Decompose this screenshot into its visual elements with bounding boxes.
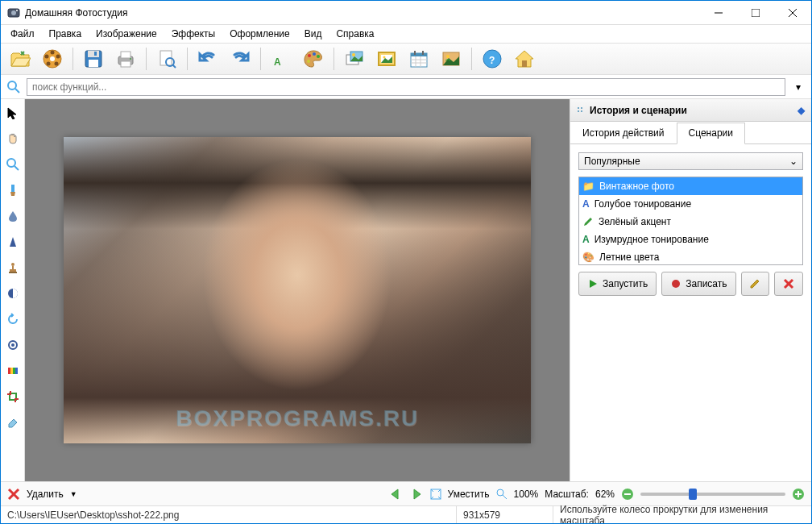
close-button[interactable] [774, 1, 811, 25]
svg-rect-64 [15, 368, 18, 374]
delete-icon[interactable] [7, 488, 20, 501]
svg-rect-16 [89, 60, 98, 67]
fit-icon[interactable] [430, 489, 441, 500]
status-hint: Используйте колесо прокрутки для изменен… [553, 506, 811, 523]
scale-value: 62% [595, 489, 615, 500]
minimize-button[interactable] [700, 1, 737, 25]
menu-decoration[interactable]: Оформление [223, 27, 296, 41]
scenario-list[interactable]: 📁Винтажное фото AГолубое тонирование Зел… [578, 177, 803, 265]
list-item[interactable]: 📁Винтажное фото [579, 177, 802, 195]
eraser-tool[interactable] [4, 414, 22, 431]
toolbar-separator [334, 48, 334, 70]
menu-view[interactable]: Вид [298, 27, 329, 41]
toolbar-separator [187, 48, 188, 70]
dropdown-icon[interactable]: ▼ [70, 490, 77, 498]
frame-button[interactable] [372, 45, 401, 73]
image-canvas[interactable]: BOXPROGRAMS.RU [64, 137, 531, 443]
record-button[interactable]: Записать [661, 272, 735, 296]
zoom-out-button[interactable] [621, 488, 634, 501]
svg-point-10 [56, 55, 60, 59]
film-button[interactable] [38, 45, 67, 73]
menu-effects[interactable]: Эффекты [165, 27, 222, 41]
tab-history[interactable]: История действий [570, 123, 677, 144]
right-panel: История и сценарии ◆ История действий Сц… [570, 99, 811, 481]
svg-rect-37 [411, 53, 427, 56]
a-icon: A [582, 234, 590, 245]
search-input[interactable] [27, 78, 785, 96]
blur-tool[interactable] [4, 207, 22, 225]
svg-line-24 [172, 64, 176, 68]
layers-button[interactable] [340, 45, 369, 73]
postcard-button[interactable] [437, 45, 466, 73]
menu-help[interactable]: Справка [329, 27, 380, 41]
next-button[interactable] [409, 487, 424, 501]
rotate-left-tool[interactable] [4, 310, 22, 328]
text-button[interactable]: A [267, 45, 296, 73]
menu-image[interactable]: Изображение [89, 27, 164, 41]
zoom-tool[interactable] [4, 156, 22, 173]
crop-tool[interactable] [4, 388, 22, 405]
arrow-tool[interactable] [4, 104, 22, 122]
list-item[interactable]: AИзумрудное тонирование [579, 231, 802, 248]
canvas-area[interactable]: BOXPROGRAMS.RU [25, 99, 570, 481]
collapse-icon[interactable]: ◆ [798, 105, 805, 116]
zoom-in-button[interactable] [792, 488, 805, 501]
save-button[interactable] [79, 45, 108, 73]
main-area: BOXPROGRAMS.RU История и сценарии ◆ Исто… [1, 99, 811, 481]
svg-line-78 [503, 495, 507, 499]
svg-rect-4 [752, 9, 760, 17]
menu-file[interactable]: Файл [4, 27, 41, 41]
svg-point-29 [307, 60, 310, 63]
brush-tool[interactable] [4, 181, 22, 199]
scenario-category-combo[interactable]: Популярные ⌄ [578, 152, 803, 170]
sharpen-tool[interactable] [4, 233, 22, 251]
print-button[interactable] [111, 45, 140, 73]
bottom-bar: Удалить ▼ Уместить 100% Масштаб: 62% [1, 481, 811, 505]
zoom100-icon[interactable] [496, 489, 508, 500]
home-button[interactable] [510, 45, 539, 73]
undo-button[interactable] [193, 45, 222, 73]
svg-line-50 [15, 89, 19, 93]
main-toolbar: A ? [1, 43, 811, 75]
svg-point-11 [55, 62, 59, 66]
hand-tool[interactable] [4, 130, 22, 148]
list-item[interactable]: AГолубое тонирование [579, 195, 802, 213]
search-dropdown-icon[interactable]: ▾ [790, 79, 806, 95]
list-item[interactable]: Зелёный акцент [579, 213, 802, 231]
redo-button[interactable] [226, 45, 255, 73]
tab-scenarios[interactable]: Сценарии [677, 123, 745, 144]
svg-point-1 [11, 10, 16, 15]
list-item[interactable]: 🎨Летние цвета [579, 248, 802, 265]
prev-button[interactable] [388, 487, 403, 501]
fit-label[interactable]: Уместить [448, 489, 490, 500]
panel-body: Популярные ⌄ 📁Винтажное фото AГолубое то… [570, 144, 811, 304]
run-button[interactable]: Запустить [578, 272, 657, 296]
watermark-text: BOXPROGRAMS.RU [176, 405, 419, 431]
dodge-tool[interactable] [4, 285, 22, 302]
open-button[interactable] [6, 45, 35, 73]
menu-edit[interactable]: Правка [43, 27, 89, 41]
slider-thumb[interactable] [689, 489, 697, 500]
window-title: Домашняя Фотостудия [25, 7, 700, 19]
svg-rect-48 [522, 60, 527, 67]
svg-point-21 [130, 58, 131, 60]
chevron-down-icon: ⌄ [789, 156, 798, 167]
zoom-page-button[interactable] [152, 45, 181, 73]
zoom100-label[interactable]: 100% [514, 489, 539, 500]
svg-point-28 [317, 55, 320, 58]
delete-label[interactable]: Удалить [27, 489, 64, 500]
help-button[interactable]: ? [478, 45, 507, 73]
scale-label: Масштаб: [545, 489, 589, 500]
palette-button[interactable] [299, 45, 328, 73]
gradient-tool[interactable] [4, 362, 22, 380]
zoom-slider[interactable] [640, 493, 785, 496]
rotate-right-tool[interactable] [4, 336, 22, 354]
stamp-tool[interactable] [4, 259, 22, 277]
delete-scenario-button[interactable] [774, 272, 803, 296]
edit-scenario-button[interactable] [741, 272, 770, 296]
svg-point-32 [352, 53, 355, 56]
svg-rect-17 [94, 52, 97, 56]
calendar-button[interactable] [404, 45, 433, 73]
maximize-button[interactable] [737, 1, 774, 25]
toolbar-separator [471, 48, 472, 70]
